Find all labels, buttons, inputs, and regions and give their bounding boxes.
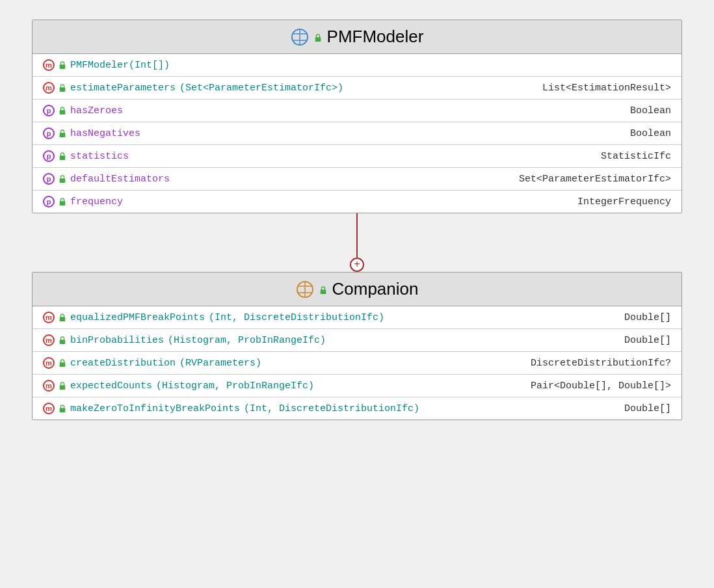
companion-lock-icon	[319, 286, 327, 293]
default-estimators-row: p defaultEstimators Set<ParameterEstimat…	[33, 168, 681, 191]
hasNegatives-type: Boolean	[630, 128, 671, 139]
svg-rect-20	[60, 385, 66, 390]
estimate-parameters-row: m estimateParameters (Set<ParameterEstim…	[33, 77, 681, 100]
bin-probabilities-row: m binProbabilities (Histogram, ProbInRan…	[33, 329, 681, 352]
expected-counts-badge: m	[43, 380, 55, 392]
companion-header: Companion	[33, 273, 681, 306]
svg-rect-4	[315, 37, 321, 42]
hasNegatives-badge: p	[43, 127, 55, 139]
pmf-modeler-lock-icon	[314, 33, 322, 41]
equalized-pmf-name: equalizedPMFBreakPoints	[70, 312, 205, 323]
equalized-pmf-row: m equalizedPMFBreakPoints (Int, Discrete…	[33, 306, 681, 329]
expected-counts-type: Pair<Double[], Double[]>	[531, 381, 671, 392]
estimate-type: List<EstimationResult>	[542, 83, 671, 94]
svg-rect-18	[60, 340, 66, 344]
bin-prob-params: (Histogram, ProbInRangeIfc)	[168, 335, 326, 346]
connector-line	[356, 213, 358, 258]
svg-rect-16	[320, 289, 326, 294]
equalized-pmf-lock-icon	[59, 314, 66, 321]
has-negatives-row: p hasNegatives Boolean	[33, 122, 681, 145]
expected-counts-row: m expectedCounts (Histogram, ProbInRange…	[33, 375, 681, 397]
svg-rect-8	[60, 133, 66, 137]
constructor-lock-icon	[59, 61, 66, 69]
connector: +	[350, 213, 364, 272]
make-zero-badge: m	[43, 403, 55, 414]
estimate-params: (Set<ParameterEstimatorIfc>)	[179, 83, 343, 94]
equalized-pmf-type: Double[]	[624, 312, 671, 323]
defaultEstimators-badge: p	[43, 173, 55, 185]
estimate-name: estimateParameters	[70, 83, 176, 94]
statistics-row: p statistics StatisticIfc	[33, 145, 681, 168]
bin-prob-type: Double[]	[624, 335, 671, 346]
statistics-type: StatisticIfc	[601, 151, 671, 162]
statistics-lock-icon	[59, 152, 66, 160]
diagram-container: PMFModeler m PMFModeler(Int[]) m est	[13, 20, 701, 420]
hasNegatives-lock-icon	[59, 129, 66, 137]
expected-counts-name: expectedCounts	[70, 381, 152, 392]
frequency-type: IntegerFrequency	[577, 196, 671, 207]
constructor-badge: m	[43, 59, 55, 71]
svg-rect-10	[60, 178, 66, 183]
pmf-modeler-uml-icon	[291, 28, 309, 46]
estimate-badge: m	[43, 82, 55, 94]
create-dist-lock-icon	[59, 359, 66, 367]
companion-box: Companion m equalizedPMFBreakPoints (Int…	[32, 272, 682, 420]
make-zero-lock-icon	[59, 405, 66, 412]
frequency-name: frequency	[70, 196, 123, 207]
expected-counts-lock-icon	[59, 382, 66, 390]
make-zero-name: makeZeroToInfinityBreakPoints	[70, 403, 240, 414]
statistics-name: statistics	[70, 151, 129, 162]
hasZeroes-type: Boolean	[630, 105, 671, 116]
bin-prob-lock-icon	[59, 336, 66, 344]
create-dist-type: DiscreteDistributionIfc?	[531, 358, 671, 369]
defaultEstimators-type: Set<ParameterEstimatorIfc>	[519, 174, 671, 185]
defaultEstimators-name: defaultEstimators	[70, 174, 170, 185]
pmf-modeler-title: PMFModeler	[327, 27, 424, 47]
connector-symbol: +	[354, 259, 360, 271]
make-zero-type: Double[]	[624, 403, 671, 414]
svg-rect-7	[60, 110, 66, 114]
svg-rect-6	[60, 87, 66, 92]
svg-rect-21	[60, 408, 66, 412]
hasZeroes-badge: p	[43, 105, 55, 116]
bin-prob-name: binProbabilities	[70, 335, 164, 346]
svg-rect-19	[60, 362, 66, 367]
create-dist-name: createDistribution	[70, 358, 176, 369]
companion-uml-icon	[296, 280, 314, 299]
svg-rect-11	[60, 201, 66, 206]
create-dist-badge: m	[43, 357, 55, 369]
connector-circle: +	[350, 258, 364, 272]
hasZeroes-name: hasZeroes	[70, 105, 123, 116]
svg-rect-9	[60, 155, 66, 160]
equalized-pmf-badge: m	[43, 312, 55, 323]
bin-prob-badge: m	[43, 334, 55, 346]
pmf-modeler-box: PMFModeler m PMFModeler(Int[]) m est	[32, 20, 682, 213]
make-zero-params: (Int, DiscreteDistributionIfc)	[244, 403, 419, 414]
pmf-modeler-constructor-row: m PMFModeler(Int[])	[33, 54, 681, 77]
create-distribution-row: m createDistribution (RVParameters) Disc…	[33, 352, 681, 375]
defaultEstimators-lock-icon	[59, 175, 66, 183]
constructor-name: PMFModeler(Int[])	[70, 60, 170, 71]
svg-rect-17	[60, 317, 66, 321]
estimate-lock-icon	[59, 84, 66, 92]
pmf-modeler-header: PMFModeler	[33, 20, 681, 54]
frequency-row: p frequency IntegerFrequency	[33, 191, 681, 213]
has-zeroes-row: p hasZeroes Boolean	[33, 100, 681, 122]
make-zero-infinity-row: m makeZeroToInfinityBreakPoints (Int, Di…	[33, 397, 681, 420]
hasZeroes-lock-icon	[59, 107, 66, 114]
svg-rect-5	[60, 64, 66, 69]
equalized-pmf-params: (Int, DiscreteDistributionIfc)	[209, 312, 384, 323]
expected-counts-params: (Histogram, ProbInRangeIfc)	[156, 381, 314, 392]
frequency-badge: p	[43, 196, 55, 207]
companion-title: Companion	[332, 279, 419, 299]
create-dist-params: (RVParameters)	[179, 358, 261, 369]
hasNegatives-name: hasNegatives	[70, 128, 140, 139]
frequency-lock-icon	[59, 198, 66, 206]
statistics-badge: p	[43, 150, 55, 162]
